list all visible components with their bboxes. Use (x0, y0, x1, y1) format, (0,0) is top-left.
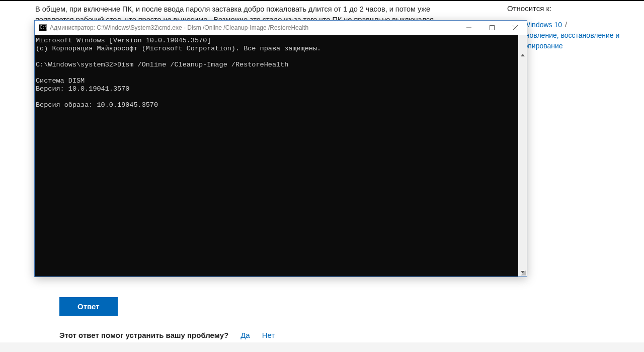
feedback-row: Этот ответ помог устранить вашу проблему… (59, 331, 433, 339)
cmd-line: Cистема DISM (36, 77, 85, 85)
cmd-line: Microsoft Windows [Version 10.0.19045.35… (36, 37, 211, 44)
cmd-line: Версия образа: 10.0.19045.3570 (36, 101, 158, 109)
cmd-line: (c) Корпорация Майкрософт (Microsoft Cor… (36, 45, 321, 52)
close-button[interactable] (504, 21, 527, 35)
cmd-title: Администратор: C:\Windows\System32\cmd.e… (50, 24, 457, 31)
cmd-icon: C:\ (39, 24, 47, 31)
minimize-button[interactable] (457, 21, 480, 35)
breadcrumb-row-3: ное копирование (507, 41, 644, 51)
relates-title: Относится к: (507, 4, 644, 13)
breadcrumb-sep: / (564, 21, 568, 29)
cmd-line: C:\Windows\system32>Dism /Online /Cleanu… (36, 61, 288, 68)
breadcrumb-row-2: ws обновление, восстановление и (507, 30, 644, 41)
svg-rect-1 (490, 26, 495, 30)
scroll-track[interactable] (518, 43, 527, 268)
feedback-no[interactable]: Нет (262, 331, 275, 339)
cmd-window: C:\ Администратор: C:\Windows\System32\c… (34, 20, 527, 277)
minimize-icon (466, 25, 471, 30)
cmd-line: Версия: 10.0.19041.3570 (36, 85, 129, 93)
maximize-icon (490, 25, 495, 30)
breadcrumb-windows10[interactable]: Windows 10 (524, 21, 562, 29)
close-icon (513, 25, 518, 30)
breadcrumb-row-1: ws / Windows 10 / (507, 20, 644, 30)
resize-grip[interactable] (520, 269, 526, 275)
cmd-titlebar[interactable]: C:\ Администратор: C:\Windows\System32\c… (35, 21, 527, 35)
maximize-button[interactable] (480, 21, 504, 35)
page-footer-bg (0, 342, 644, 352)
answer-card: Ответ Этот ответ помог устранить вашу пр… (35, 292, 457, 349)
cmd-output[interactable]: Microsoft Windows [Version 10.0.19045.35… (35, 35, 527, 276)
cmd-scrollbar[interactable] (518, 35, 527, 276)
feedback-yes[interactable]: Да (240, 331, 250, 339)
feedback-question: Этот ответ помог устранить вашу проблему… (59, 331, 228, 339)
answer-button[interactable]: Ответ (59, 297, 118, 316)
window-controls (457, 21, 527, 35)
